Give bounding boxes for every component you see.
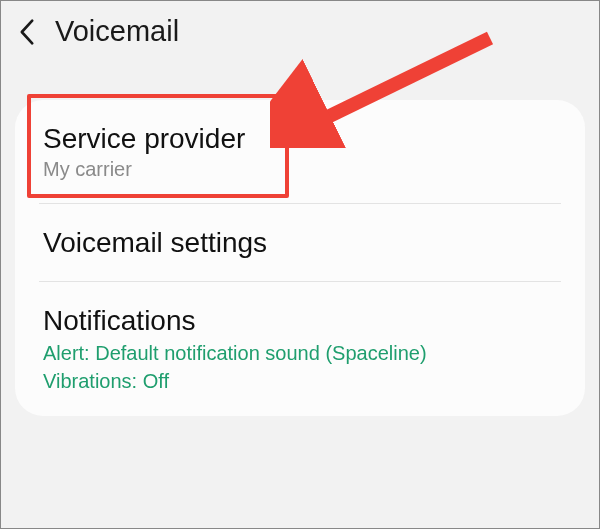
notifications-item[interactable]: Notifications Alert: Default notificatio… xyxy=(15,282,585,416)
service-provider-title: Service provider xyxy=(43,122,557,156)
header-bar: Voicemail xyxy=(1,1,599,62)
settings-card: Service provider My carrier Voicemail se… xyxy=(15,100,585,416)
page-title: Voicemail xyxy=(55,15,179,48)
voicemail-settings-title: Voicemail settings xyxy=(43,226,557,260)
screen-container: Voicemail Service provider My carrier Vo… xyxy=(0,0,600,529)
voicemail-settings-item[interactable]: Voicemail settings xyxy=(15,204,585,282)
notifications-detail-line2: Vibrations: Off xyxy=(43,368,557,394)
chevron-left-icon xyxy=(19,18,36,46)
notifications-title: Notifications xyxy=(43,304,557,338)
notifications-detail-line1: Alert: Default notification sound (Space… xyxy=(43,340,557,366)
back-button[interactable] xyxy=(13,18,41,46)
service-provider-subtitle: My carrier xyxy=(43,158,557,181)
service-provider-item[interactable]: Service provider My carrier xyxy=(15,100,585,203)
